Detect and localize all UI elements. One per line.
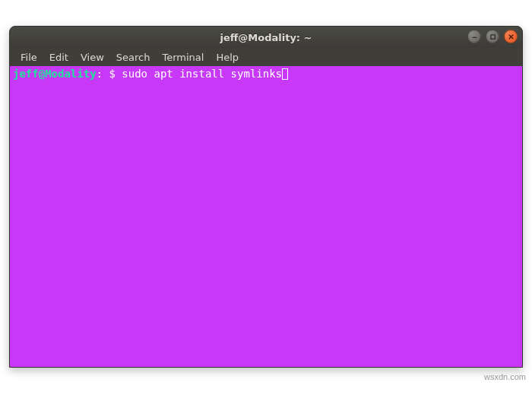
minimize-icon xyxy=(471,33,478,40)
command-text: sudo apt install symlinks xyxy=(122,68,282,81)
terminal-line: jeff@Modality: $ sudo apt install symlin… xyxy=(13,68,519,81)
terminal-window: jeff@Modality: ~ File Edit View Search T… xyxy=(9,26,523,368)
maximize-button[interactable] xyxy=(486,30,499,43)
menu-search[interactable]: Search xyxy=(110,49,157,65)
menu-terminal[interactable]: Terminal xyxy=(156,49,210,65)
menu-file[interactable]: File xyxy=(14,49,43,65)
prompt-path xyxy=(103,68,109,81)
maximize-icon xyxy=(489,33,496,40)
close-button[interactable] xyxy=(504,30,518,43)
terminal-body[interactable]: jeff@Modality: $ sudo apt install symlin… xyxy=(10,66,522,367)
cursor-icon xyxy=(282,68,288,80)
prompt-colon: : xyxy=(97,68,103,81)
window-controls xyxy=(467,30,518,43)
menubar: File Edit View Search Terminal Help xyxy=(10,48,522,66)
window-title: jeff@Modality: ~ xyxy=(220,32,312,43)
svg-rect-1 xyxy=(490,34,494,38)
prompt-dollar: $ xyxy=(109,68,122,81)
prompt-user-host: jeff@Modality xyxy=(13,68,97,81)
window-titlebar[interactable]: jeff@Modality: ~ xyxy=(10,27,522,48)
menu-edit[interactable]: Edit xyxy=(43,49,74,65)
close-icon xyxy=(508,33,515,40)
minimize-button[interactable] xyxy=(467,30,481,43)
watermark-text: wsxdn.com xyxy=(484,372,526,381)
menu-view[interactable]: View xyxy=(74,49,110,65)
menu-help[interactable]: Help xyxy=(210,49,245,65)
